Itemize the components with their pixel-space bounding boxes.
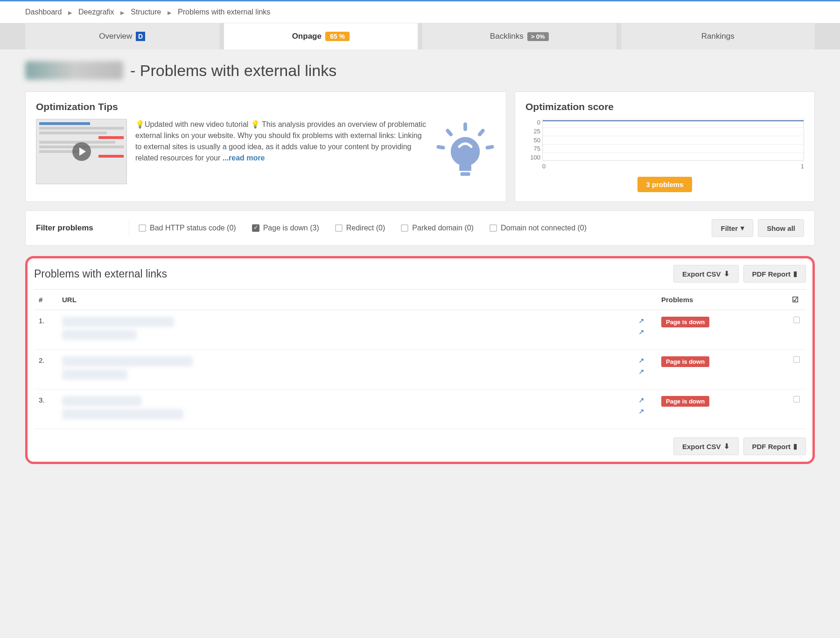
page-title: - Problems with external links — [130, 62, 336, 80]
optimization-score-card: Optimization score 0 25 50 75 100 0 1 3 … — [515, 91, 815, 202]
download-icon: ⬇ — [724, 270, 730, 278]
play-icon — [72, 142, 91, 161]
export-csv-button[interactable]: Export CSV ⬇ — [673, 265, 739, 283]
problem-badge: Page is down — [661, 317, 709, 327]
svg-rect-2 — [445, 128, 454, 137]
y-tick: 75 — [525, 145, 540, 152]
x-tick: 1 — [801, 163, 804, 170]
svg-rect-0 — [463, 123, 467, 131]
row-number: 3. — [34, 389, 57, 429]
document-icon: ▮ — [793, 270, 797, 278]
problems-table-highlight: Problems with external links Export CSV … — [25, 256, 815, 464]
d-logo-icon: D — [136, 32, 145, 41]
svg-point-5 — [451, 137, 480, 166]
chevron-right-icon: ▶ — [168, 10, 171, 15]
tab-backlinks-label: Backlinks — [490, 32, 524, 41]
video-thumbnail[interactable] — [36, 119, 127, 184]
site-name-blurred — [25, 61, 123, 80]
col-problems[interactable]: Problems — [657, 290, 787, 310]
tab-rankings-label: Rankings — [701, 32, 735, 41]
tab-overview[interactable]: Overview D — [25, 23, 219, 49]
y-tick: 0 — [525, 119, 540, 126]
filter-redirect[interactable]: Redirect (0) — [335, 224, 385, 232]
filter-bad-http[interactable]: Bad HTTP status code (0) — [139, 224, 236, 232]
table-title: Problems with external links — [34, 268, 167, 280]
problem-badge: Page is down — [661, 356, 709, 367]
filter-panel: Filter problems Bad HTTP status code (0)… — [25, 210, 815, 246]
url-blurred[interactable] — [62, 369, 127, 380]
main-tabs: Overview D Onpage 65 % Backlinks > 0% Ra… — [0, 23, 840, 49]
svg-rect-3 — [485, 145, 494, 150]
row-number: 2. — [34, 350, 57, 389]
breadcrumb: Dashboard ▶ Deezgrafix ▶ Structure ▶ Pro… — [0, 1, 840, 23]
filter-parked[interactable]: Parked domain (0) — [401, 224, 474, 232]
url-blurred[interactable] — [62, 396, 141, 406]
page-title-row: - Problems with external links — [25, 61, 815, 80]
url-blurred[interactable] — [62, 356, 193, 367]
y-tick: 100 — [525, 154, 540, 161]
external-link-icon[interactable]: ↗ — [638, 328, 644, 336]
row-number: 1. — [34, 310, 57, 350]
filter-button[interactable]: Filter ▾ — [712, 219, 753, 237]
check-all-icon: ☑ — [792, 296, 798, 304]
breadcrumb-current: Problems with external links — [178, 8, 270, 16]
funnel-icon: ▾ — [741, 224, 744, 232]
col-select-all[interactable]: ☑ — [787, 290, 806, 310]
onpage-badge: 65 % — [325, 32, 350, 41]
download-icon: ⬇ — [724, 442, 730, 451]
show-all-button[interactable]: Show all — [758, 219, 804, 237]
external-link-icon[interactable]: ↗ — [638, 356, 644, 365]
url-blurred[interactable] — [62, 409, 183, 419]
col-number[interactable]: # — [34, 290, 57, 310]
export-csv-button-bottom[interactable]: Export CSV ⬇ — [673, 437, 739, 455]
y-tick: 25 — [525, 128, 540, 135]
problems-count-badge: 3 problems — [637, 177, 692, 192]
problems-table: # URL Problems ☑ 1. — [34, 289, 806, 429]
filter-not-connected[interactable]: Domain not connected (0) — [490, 224, 587, 232]
svg-rect-7 — [461, 172, 470, 176]
read-more-link[interactable]: ...read more — [223, 154, 265, 162]
x-tick: 0 — [542, 163, 546, 170]
pdf-report-button-bottom[interactable]: PDF Report ▮ — [743, 437, 806, 455]
external-link-icon[interactable]: ↗ — [638, 317, 644, 325]
row-checkbox[interactable] — [793, 317, 800, 323]
tab-onpage-label: Onpage — [292, 32, 322, 41]
y-tick: 50 — [525, 137, 540, 144]
breadcrumb-project[interactable]: Deezgrafix — [78, 8, 114, 16]
tips-text: 💡Updated with new video tutorial 💡 This … — [135, 119, 427, 184]
filter-page-down[interactable]: Page is down (3) — [252, 224, 319, 232]
filter-label: Filter problems — [36, 219, 129, 237]
score-chart: 0 25 50 75 100 0 1 — [525, 119, 804, 170]
tab-overview-label: Overview — [99, 32, 132, 41]
svg-rect-6 — [459, 165, 471, 171]
tab-backlinks[interactable]: Backlinks > 0% — [422, 23, 616, 49]
optimization-tips-card: Optimization Tips � — [25, 91, 506, 202]
breadcrumb-dashboard[interactable]: Dashboard — [25, 8, 62, 16]
table-row: 1. ↗ ↗ — [34, 310, 806, 350]
external-link-icon[interactable]: ↗ — [638, 407, 644, 416]
chevron-right-icon: ▶ — [120, 10, 124, 15]
svg-rect-1 — [477, 128, 485, 137]
table-row: 3. ↗ ↗ — [34, 389, 806, 429]
pdf-report-button[interactable]: PDF Report ▮ — [743, 265, 806, 283]
row-checkbox[interactable] — [793, 356, 800, 363]
tab-rankings[interactable]: Rankings — [621, 23, 815, 49]
col-url[interactable]: URL — [57, 290, 657, 310]
tips-heading: Optimization Tips — [36, 101, 496, 112]
external-link-icon[interactable]: ↗ — [638, 368, 644, 376]
chevron-right-icon: ▶ — [68, 10, 72, 15]
row-checkbox[interactable] — [793, 396, 800, 402]
external-link-icon[interactable]: ↗ — [638, 396, 644, 404]
table-row: 2. ↗ ↗ — [34, 350, 806, 389]
svg-rect-4 — [436, 145, 445, 150]
tips-text-content: 💡Updated with new video tutorial 💡 This … — [135, 120, 426, 162]
url-blurred[interactable] — [62, 317, 174, 327]
lightbulb-icon — [435, 119, 496, 184]
problem-badge: Page is down — [661, 396, 709, 407]
url-blurred[interactable] — [62, 330, 137, 340]
tab-onpage[interactable]: Onpage 65 % — [224, 23, 418, 49]
document-icon: ▮ — [793, 442, 797, 451]
backlinks-badge: > 0% — [527, 32, 549, 41]
breadcrumb-structure[interactable]: Structure — [131, 8, 161, 16]
score-heading: Optimization score — [525, 101, 804, 112]
